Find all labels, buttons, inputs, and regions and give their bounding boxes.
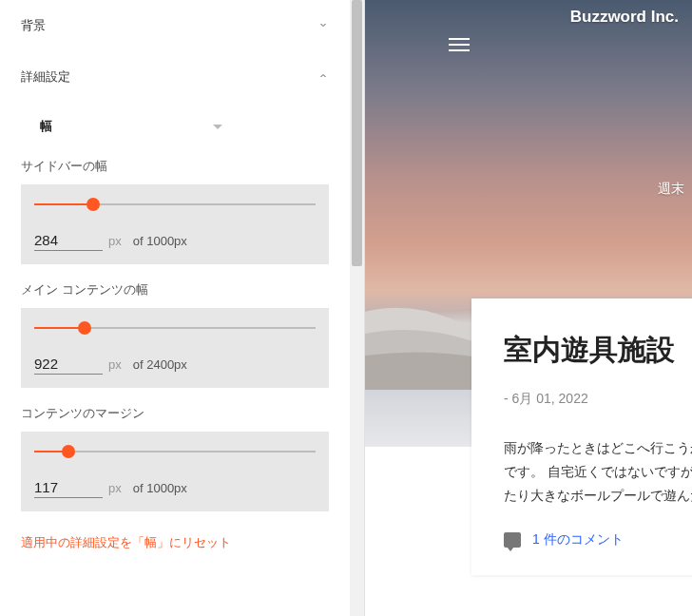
post-card: 室内遊具施設 - 6月 01, 2022 雨が降ったときはどこへ行こうか です。… [471,298,692,575]
sidebar-width-input[interactable] [34,230,103,251]
max-label: of 1000px [133,481,187,495]
dropdown-arrow-icon [213,125,222,129]
reset-advanced-link[interactable]: 適用中の詳細設定を「幅」にリセット [21,534,329,551]
advanced-section-header[interactable]: 詳細設定 [21,51,329,103]
panel-scrollbar[interactable] [350,0,364,616]
advanced-section-title: 詳細設定 [21,68,70,86]
chevron-down-icon [317,19,329,33]
main-width-label: メイン コンテンツの幅 [21,281,329,298]
post-body: 雨が降ったときはどこへ行こうか です。 自宅近くではないですが、 たり大きなボー… [504,436,692,509]
settings-panel: 背景 詳細設定 幅 サイドバーの幅 [0,0,350,616]
blog-preview: Buzzword Inc. 週末 室内遊具施設 - 6月 01, 2022 雨が… [364,0,692,616]
sidebar-width-slider[interactable] [34,203,316,205]
background-section-title: 背景 [21,17,46,34]
content-margin-slider[interactable] [34,451,316,452]
unit-label: px [108,234,122,248]
scrollbar-thumb[interactable] [352,0,362,266]
unit-label: px [108,481,122,495]
content-margin-label: コンテンツのマージン [21,405,329,422]
width-dropdown[interactable]: 幅 [36,112,226,141]
slider-thumb[interactable] [86,198,100,211]
content-margin-input[interactable] [34,477,103,498]
site-title: Buzzword Inc. [570,8,679,27]
main-width-input[interactable] [34,354,103,375]
slider-thumb[interactable] [78,321,91,335]
main-width-slider-wrap: px of 2400px [21,308,329,388]
content-margin-slider-wrap: px of 1000px [21,432,329,511]
max-label: of 2400px [133,357,187,372]
hero-side-label: 週末 [658,181,684,198]
post-date: - 6月 01, 2022 [504,391,692,408]
sidebar-width-slider-wrap: px of 1000px [21,184,329,264]
hamburger-icon[interactable] [449,34,470,51]
comments-link[interactable]: 1 件のコメント [532,531,624,549]
max-label: of 1000px [133,234,187,248]
sidebar-width-field: サイドバーの幅 px of 1000px [21,158,329,264]
chevron-up-icon [317,70,329,85]
comment-icon [504,532,521,548]
content-margin-field: コンテンツのマージン px of 1000px [21,405,329,511]
sidebar-width-label: サイドバーの幅 [21,158,329,175]
background-section-header[interactable]: 背景 [21,0,329,51]
unit-label: px [108,357,122,372]
width-dropdown-label: 幅 [40,118,52,135]
slider-thumb[interactable] [62,445,75,458]
post-title[interactable]: 室内遊具施設 [504,331,692,370]
main-width-field: メイン コンテンツの幅 px of 2400px [21,281,329,388]
main-width-slider[interactable] [34,327,316,329]
